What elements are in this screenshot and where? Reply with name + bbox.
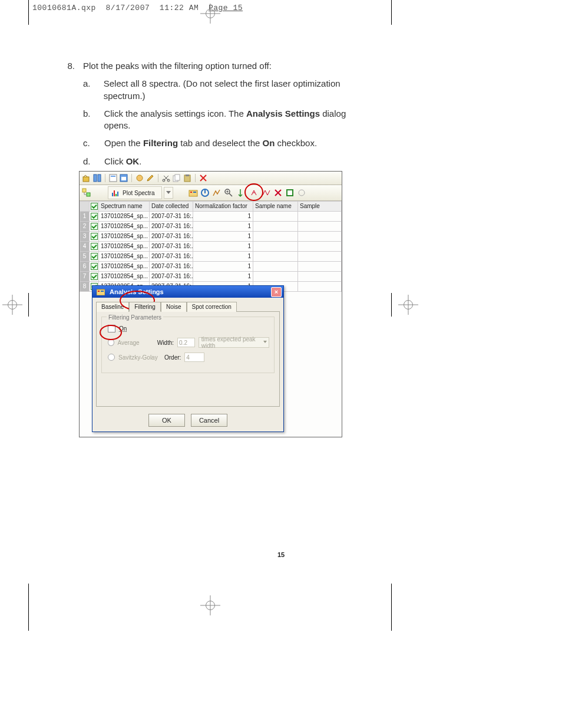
select-all-checkbox[interactable] [90,202,99,212]
tool-icon[interactable] [236,188,245,197]
ok-button[interactable]: OK [148,414,185,427]
col-normalization-factor[interactable]: Normalization factor [193,202,253,212]
cut-icon[interactable] [161,173,171,183]
instruction-block: 8. Plot the peaks with the filtering opt… [62,60,368,167]
dialog-titlebar: Analysis Settings × [92,286,283,298]
step-number: 8. [62,60,75,72]
col-spectrum-name[interactable]: Spectrum name [99,202,150,212]
crop-right-line [391,0,392,25]
table-row[interactable]: 71370102854_sp...2007-07-31 16:...1 [80,272,342,282]
cell-date: 2007-07-31 16:... [150,222,193,232]
col-date-collected[interactable]: Date collected [150,202,193,212]
col-sample-name[interactable]: Sample name [253,202,298,212]
cell-normalization: 1 [193,212,253,222]
svg-point-7 [137,175,143,181]
cell-sample-name [253,232,298,242]
dialog-tabs: Baseline Filtering Noise Spot correction [92,298,283,311]
row-number: 5 [80,252,90,262]
row-checkbox[interactable] [90,212,99,222]
svg-rect-6 [121,177,126,180]
width-unit-select[interactable]: times expected peak width [199,337,269,348]
cell-sample [298,212,342,222]
tool-icon[interactable] [92,173,102,183]
row-number: 6 [80,262,90,272]
table-row[interactable]: 21370102854_sp...2007-07-31 16:...1 [80,222,342,232]
copy-icon[interactable] [172,173,181,183]
zoom-icon[interactable] [224,188,233,197]
cell-sample [298,232,342,242]
cell-sample-name [253,272,298,282]
svg-rect-27 [101,291,104,292]
spectra-table: Spectrum name Date collected Normalizati… [80,201,342,292]
delete-icon[interactable] [199,173,208,183]
savitzky-golay-radio[interactable] [108,354,115,361]
row-number: 1 [80,212,90,222]
row-number: 7 [80,272,90,282]
tool-icon[interactable] [82,173,91,183]
row-checkbox[interactable] [90,232,99,242]
table-row[interactable]: 61370102854_sp...2007-07-31 16:...1 [80,262,342,272]
filtering-parameters-group: Filtering Parameters On Average Width: 0… [101,317,275,373]
tool-icon[interactable] [250,188,259,197]
substep-text: Open the Filtering tab and deselect the … [104,137,317,149]
tool-icon[interactable] [273,188,283,197]
plot-spectra-button[interactable]: Plot Spectra [108,186,162,199]
table-row[interactable]: 51370102854_sp...2007-07-31 16:...1 [80,252,342,262]
substep-text: Click the analysis settings icon. The An… [104,108,368,132]
plot-spectra-dropdown[interactable] [164,187,173,199]
cell-sample [298,252,342,262]
row-checkbox[interactable] [90,222,99,232]
width-label: Width: [157,340,174,346]
on-checkbox[interactable] [108,325,115,332]
tab-page: Filtering Parameters On Average Width: 0… [96,311,280,407]
row-checkbox[interactable] [90,272,99,282]
analysis-settings-dialog: Analysis Settings × Baseline Filtering N… [92,285,284,432]
substep-letter: a. [83,78,95,102]
col-sample[interactable]: Sample [298,202,342,212]
cell-date: 2007-07-31 16:... [150,252,193,262]
svg-rect-25 [97,289,105,295]
paste-icon[interactable] [183,173,192,183]
average-radio[interactable] [108,339,114,346]
tool-icon[interactable] [146,173,155,183]
analysis-settings-icon[interactable] [189,188,198,197]
svg-rect-17 [190,192,192,193]
cell-date: 2007-07-31 16:... [150,242,193,252]
tool-icon[interactable] [135,173,144,183]
cell-date: 2007-07-31 16:... [150,272,193,282]
cell-sample [298,272,342,282]
tool-icon[interactable] [119,173,128,183]
crop-line [28,584,29,631]
tab-noise[interactable]: Noise [161,302,187,312]
tool-icon[interactable] [212,188,222,197]
row-checkbox[interactable] [90,252,99,262]
tool-icon[interactable] [297,188,306,197]
tool-icon[interactable] [200,188,210,197]
table-row[interactable]: 11370102854_sp...2007-07-31 16:...1 [80,212,342,222]
tab-spot-correction[interactable]: Spot correction [187,302,237,312]
width-input[interactable]: 0.2 [177,338,195,347]
table-row[interactable]: 31370102854_sp...2007-07-31 16:...1 [80,232,342,242]
row-checkbox[interactable] [90,242,99,252]
tab-baseline[interactable]: Baseline [96,302,129,312]
tool-icon[interactable] [285,188,295,197]
tab-filtering[interactable]: Filtering [129,302,161,312]
on-label: On [119,325,127,332]
table-row[interactable]: 41370102854_sp...2007-07-31 16:...1 [80,242,342,252]
tool-icon[interactable] [262,188,271,197]
close-button[interactable]: × [271,287,282,297]
cancel-button[interactable]: Cancel [191,414,227,427]
cell-spectrum-name: 1370102854_sp... [99,232,150,242]
cell-date: 2007-07-31 16:... [150,262,193,272]
cell-spectrum-name: 1370102854_sp... [99,222,150,232]
tree-icon[interactable] [82,188,91,197]
row-checkbox[interactable] [90,262,99,272]
order-input[interactable]: 4 [184,353,204,362]
cell-normalization: 1 [193,262,253,272]
svg-rect-13 [186,174,189,176]
step-text: Plot the peaks with the filtering option… [83,60,272,72]
svg-rect-20 [204,190,206,193]
tool-icon[interactable] [108,173,118,183]
cell-normalization: 1 [193,222,253,232]
savitzky-golay-label: Savitzky-Golay [118,354,161,361]
